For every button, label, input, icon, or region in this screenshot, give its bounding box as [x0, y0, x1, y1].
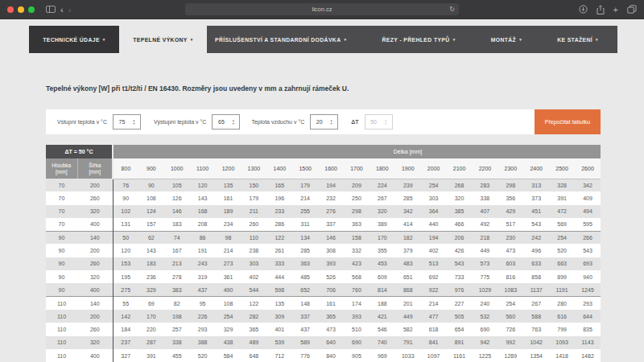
value-cell: 62: [138, 231, 164, 244]
air-temp-value[interactable]: [311, 119, 328, 125]
value-cell: 146: [164, 205, 190, 218]
output-temp-field[interactable]: ▴▾: [212, 114, 240, 130]
minimize-window-icon[interactable]: [18, 6, 24, 13]
value-cell: 573: [472, 257, 497, 270]
value-cell: 1143: [575, 336, 601, 349]
value-cell: 712: [266, 349, 292, 362]
tab-rezy-prehled-typu[interactable]: ŘEZY - PŘEHLED TYPŮ ▾: [382, 37, 455, 43]
refresh-icon[interactable]: ↻: [449, 6, 455, 13]
value-cell: 255: [292, 205, 318, 218]
value-cell: 483: [395, 257, 421, 270]
air-temp-field[interactable]: ▴▾: [310, 114, 338, 130]
value-cell: 214: [216, 244, 242, 257]
tab-montaz[interactable]: MONTÁŽ ▾: [491, 37, 522, 43]
stepper-icon[interactable]: ▴▾: [130, 119, 138, 125]
tab-prislusenstvi[interactable]: PŘÍSLUŠENSTVÍ A STANDARDNÍ DODÁVKA ▾: [215, 37, 346, 43]
value-cell: 385: [447, 205, 473, 218]
value-cell: 423: [344, 257, 369, 270]
tab-label: TECHNICKÉ ÚDAJE: [43, 37, 100, 43]
value-cell: 267: [369, 191, 395, 204]
value-cell: 663: [549, 257, 575, 270]
sidebar-icon[interactable]: [46, 6, 56, 13]
recalculate-button[interactable]: Přepočítat tabulku: [535, 109, 601, 134]
chevron-down-icon: ▾: [596, 38, 598, 42]
value-cell: 1029: [472, 283, 497, 296]
input-temp-field[interactable]: ▴▾: [113, 114, 141, 130]
value-cell: 1161: [447, 349, 473, 362]
value-cell: 379: [395, 244, 421, 257]
value-cell: 841: [421, 336, 447, 349]
value-cell: 652: [292, 283, 318, 296]
value-cell: 1033: [395, 349, 421, 362]
length-header-cell: 1700: [344, 158, 369, 179]
value-cell: 313: [523, 179, 549, 191]
depth-cell: 70: [46, 191, 77, 204]
tab-tepelne-vykony[interactable]: TEPELNÉ VÝKONY ▾: [119, 26, 207, 53]
depth-cell: 70: [46, 179, 77, 191]
back-icon[interactable]: ‹: [60, 6, 64, 14]
length-header-cell: 1100: [190, 158, 216, 179]
value-cell: 201: [395, 297, 421, 310]
length-header-cell: 1200: [216, 158, 242, 179]
stepper-icon[interactable]: ▴▾: [229, 119, 237, 125]
value-cell: 526: [318, 270, 344, 283]
value-cell: 775: [472, 270, 497, 283]
value-cell: 194: [318, 179, 344, 191]
table-row: 7026090108126143161179196214232250267285…: [46, 191, 601, 204]
value-cell: 213: [164, 257, 190, 270]
forward-icon[interactable]: ›: [68, 6, 72, 14]
address-bar[interactable]: licon.cz ↻: [185, 3, 459, 15]
value-cell: 285: [395, 191, 421, 204]
zoom-window-icon[interactable]: [28, 6, 35, 13]
value-cell: 472: [549, 205, 575, 218]
tab-ke-stazeni[interactable]: KE STAŽENÍ ▾: [557, 37, 598, 43]
value-cell: 633: [523, 257, 549, 270]
page: TECHNICKÉ ÚDAJE ▾ TEPELNÉ VÝKONY ▾ PŘÍSL…: [0, 19, 644, 362]
chevron-down-icon: ▾: [103, 38, 105, 42]
width-cell: 260: [77, 323, 113, 335]
input-temp-value[interactable]: [114, 119, 130, 125]
value-cell: 490: [216, 283, 242, 296]
width-cell: 320: [77, 270, 113, 283]
share-icon[interactable]: [597, 5, 605, 14]
width-cell: 400: [77, 349, 113, 362]
value-cell: 1042: [523, 336, 549, 349]
value-cell: 293: [575, 297, 601, 310]
table-row: 9020012014316719121423826128530833235537…: [46, 244, 601, 257]
value-cell: 287: [138, 336, 164, 349]
value-cell: 206: [447, 231, 473, 244]
value-cell: 814: [369, 283, 395, 296]
value-cell: 1191: [549, 283, 575, 296]
table-row: 9026015318321324327330333336339342345348…: [46, 257, 601, 270]
value-cell: 234: [216, 218, 242, 231]
table-row: 9040027532938343749054459865270676081486…: [46, 283, 601, 296]
value-cell: 282: [241, 310, 266, 323]
tabs-overview-icon[interactable]: [627, 5, 637, 14]
value-cell: 320: [369, 205, 395, 218]
length-header-cell: 1000: [164, 158, 190, 179]
value-cell: 124: [138, 205, 164, 218]
value-cell: 969: [369, 349, 395, 362]
tab-technicke-udaje[interactable]: TECHNICKÉ ÚDAJE ▾: [29, 26, 119, 53]
value-cell: 250: [344, 191, 369, 204]
length-header-cell: 1600: [318, 158, 344, 179]
value-cell: 858: [523, 270, 549, 283]
value-cell: 189: [216, 205, 242, 218]
value-cell: 543: [447, 257, 473, 270]
length-header-cell: 2500: [549, 158, 575, 179]
stepper-icon[interactable]: ▴▾: [328, 119, 335, 125]
value-cell: 543: [523, 218, 549, 231]
value-cell: 303: [421, 191, 447, 204]
value-cell: 539: [266, 336, 292, 349]
table-row: 1101405569829510812213514816117418820121…: [46, 297, 601, 310]
download-icon[interactable]: [579, 5, 588, 14]
value-cell: 1482: [575, 349, 601, 362]
value-cell: 388: [190, 336, 216, 349]
output-temp-value[interactable]: [213, 119, 229, 125]
value-cell: 816: [497, 270, 523, 283]
new-tab-icon[interactable]: +: [613, 6, 618, 14]
length-header-cell: 2600: [575, 158, 601, 179]
value-cell: 158: [344, 231, 369, 244]
close-window-icon[interactable]: [7, 6, 14, 13]
value-cell: 651: [395, 270, 421, 283]
